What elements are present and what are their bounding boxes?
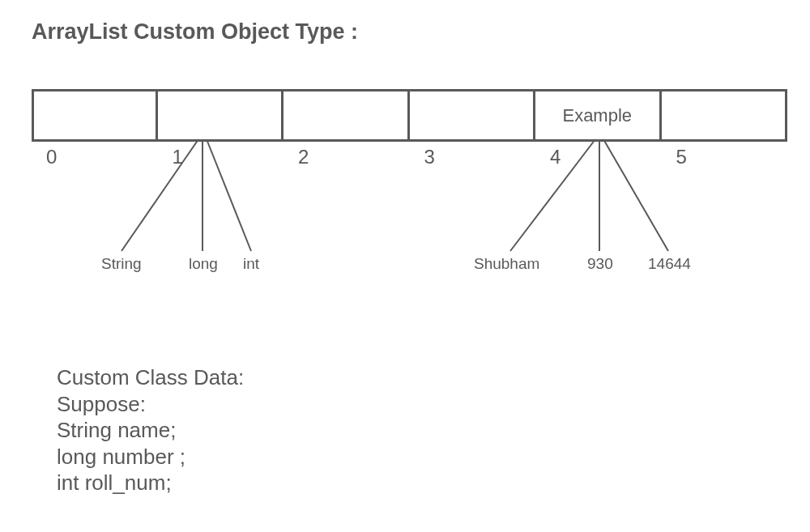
index-5: 5 — [662, 146, 788, 168]
fan2-label-1: 930 — [587, 255, 613, 273]
class-data-line4: long number ; — [57, 444, 244, 470]
class-data-line1: Custom Class Data: — [57, 364, 244, 391]
fan2-label-0: Shubham — [474, 255, 539, 273]
index-4: 4 — [535, 146, 662, 168]
fan1-label-2: int — [243, 255, 259, 273]
index-0: 0 — [32, 146, 158, 168]
class-data-line3: String name; — [57, 417, 244, 444]
fan1-label-1: long — [189, 255, 218, 273]
index-row: 0 1 2 3 4 5 — [32, 146, 787, 168]
array-cell-0 — [32, 89, 158, 142]
array-cell-1 — [158, 89, 284, 142]
array-cell-5 — [662, 89, 788, 142]
array-cell-3 — [410, 89, 536, 142]
index-3: 3 — [410, 146, 536, 168]
diagram-title: ArrayList Custom Object Type : — [32, 19, 358, 45]
index-1: 1 — [158, 146, 284, 168]
class-data-line2: Suppose: — [57, 391, 244, 418]
array-cell-2 — [284, 89, 410, 142]
array-cell-4: Example — [535, 89, 662, 142]
fan1-label-0: String — [101, 255, 142, 273]
class-data-text: Custom Class Data: Suppose: String name;… — [57, 364, 244, 496]
fan2-label-2: 14644 — [648, 255, 691, 273]
index-2: 2 — [284, 146, 410, 168]
class-data-line5: int roll_num; — [57, 470, 244, 496]
array-row: Example — [32, 89, 787, 142]
